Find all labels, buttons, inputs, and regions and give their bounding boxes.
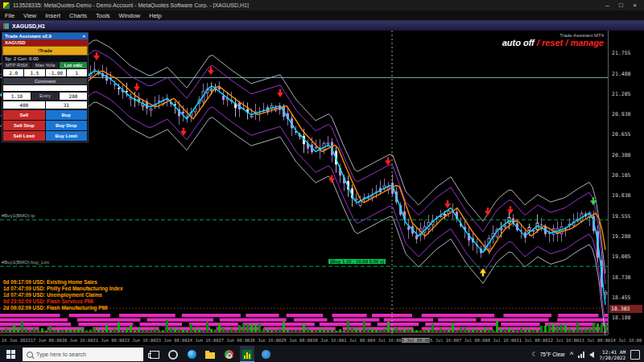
sell-signal-arrow-icon — [328, 175, 335, 183]
news-events-list: 0d 09:17:09 USD: Existing Home Sales1d 0… — [3, 279, 122, 311]
time-scale-label: 30 Jun 16:00 — [312, 338, 344, 343]
risk-input-2[interactable]: -1.00 — [46, 69, 66, 76]
mt4-app-icon — [3, 2, 10, 9]
time-scale-label: 24 Jun 16:00 — [187, 338, 218, 343]
points-input-1[interactable]: 31 — [46, 101, 88, 109]
sell-button[interactable]: Sell — [3, 110, 45, 120]
price-scale-label: 18.730 — [612, 274, 630, 281]
trade-button[interactable]: !Trade — [2, 46, 88, 56]
menu-item-help[interactable]: Help — [149, 12, 161, 19]
chart-window-titlebar[interactable]: XAGUSD,H1 — [0, 21, 644, 31]
price-scale-label: 20.380 — [612, 152, 630, 158]
sell-signal-arrow-icon — [485, 208, 491, 216]
risk-input-1[interactable]: 1.5 — [24, 69, 44, 76]
time-scale-label: 1 Jul 08:00 — [344, 338, 373, 343]
file-explorer-icon[interactable] — [203, 346, 217, 362]
reset-manage-buttons[interactable]: / reset / manage — [535, 38, 604, 47]
price-scale-label: 21.480 — [612, 71, 630, 77]
lot-calc-button[interactable]: Lot calc — [60, 62, 87, 68]
news-event-line: 1d 07:47:09 USD: Unemployment Claims — [3, 292, 122, 298]
time-scale-label: 7 Jul 08:00 — [459, 338, 488, 343]
window-title: 113528335: MetaQuotes-Demo - Demo Accoun… — [13, 2, 598, 8]
volume-icon[interactable] — [589, 352, 594, 358]
price-scale-label: 19.555 — [612, 213, 630, 220]
time-scale-label: 20 Jun 16:00 — [62, 338, 93, 343]
auto-off-button[interactable]: auto off — [502, 38, 535, 47]
buy-stop-button[interactable]: Buy Stop — [46, 121, 88, 130]
close-button[interactable]: × — [629, 1, 641, 10]
sell-signal-arrow-icon — [507, 206, 514, 214]
take-profit-field[interactable]: 200 — [60, 93, 87, 100]
price-scale-label: 19.005 — [612, 253, 630, 260]
tray-time: 12:41 AM — [599, 349, 625, 355]
maximize-button[interactable]: □ — [615, 1, 627, 10]
sell-signal-arrow-icon — [277, 89, 283, 97]
trade-assistant-panel: Trade Assistant v2.9 × XAGUSD !Trade Sp:… — [2, 32, 89, 142]
comment-input[interactable] — [3, 85, 87, 91]
menu-item-insert[interactable]: Insert — [45, 12, 60, 19]
stop-loss-field[interactable]: 1.10 — [3, 93, 31, 100]
candles-layer — [1, 61, 607, 298]
edge-icon[interactable] — [184, 346, 199, 362]
menu-item-window[interactable]: Window — [119, 12, 141, 19]
start-button[interactable] — [2, 345, 19, 362]
panel-points-inputs: 40031 — [2, 101, 88, 109]
sell-signal-arrow-icon — [180, 128, 187, 136]
buy-button[interactable]: Buy — [46, 110, 88, 120]
search-input[interactable]: Type here to search — [23, 348, 143, 361]
menu-item-file[interactable]: File — [5, 12, 14, 19]
time-scale-label: 22 Jun 16:00 — [125, 338, 156, 343]
news-event-line: 1d 07:47:09 USD: Philly Fed Manufacturin… — [3, 286, 122, 292]
panel-close-icon[interactable]: × — [82, 34, 85, 39]
menu-item-view[interactable]: View — [23, 12, 36, 19]
time-scale-label: 13 Jul 08:00 — [579, 338, 610, 343]
price-scale[interactable]: 21.75521.48021.20520.93020.65520.38020.1… — [608, 31, 644, 335]
task-view-icon[interactable] — [147, 346, 162, 362]
time-scale-label: 27 Jun 08:00 — [218, 338, 250, 343]
menu-item-charts[interactable]: Charts — [69, 12, 87, 19]
price-scale-label: 21.205 — [612, 91, 630, 97]
buy-limit-button[interactable]: Buy Limit — [46, 131, 88, 141]
moon-icon: ☾ — [532, 351, 538, 358]
menu-item-tools[interactable]: Tools — [96, 12, 110, 19]
price-scale-label: 21.755 — [612, 50, 630, 56]
sell-signal-arrow-icon — [93, 52, 100, 60]
windows-taskbar: Type here to search ☾ 75°F Clear ^ 12:41… — [0, 344, 644, 362]
sell-stop-button[interactable]: Sell Stop — [3, 121, 45, 130]
tray-chevron-icon[interactable]: ^ — [570, 351, 574, 358]
cortana-icon[interactable] — [166, 346, 180, 362]
notification-center-icon[interactable] — [630, 350, 640, 360]
time-scale[interactable]: 16 Jun 202217 Jun 08:0020 Jun 16:0021 Ju… — [0, 335, 608, 344]
price-scale-label: 19.280 — [612, 233, 630, 240]
news-event-line: 0d 23:02:09 USD: Flash Services PMI — [3, 298, 122, 305]
telegram-icon[interactable] — [258, 346, 273, 362]
panel-spread-info: Sp: 2 Con: 0.00 — [2, 56, 88, 62]
time-scale-label: 11 Jul 08:00 — [516, 338, 547, 343]
weather-widget[interactable]: ☾ 75°F Clear — [532, 351, 565, 358]
panel-title: Trade Assistant v2.9 — [5, 34, 52, 39]
clock-widget[interactable]: 12:41 AM 7/20/2022 — [599, 349, 625, 360]
network-icon[interactable] — [578, 352, 584, 358]
mt4-taskbar-icon[interactable] — [240, 346, 254, 362]
chart-icon — [3, 23, 9, 29]
risk-input-3[interactable]: 1 — [67, 69, 87, 76]
price-scale-label: 20.105 — [612, 172, 630, 179]
chrome-icon[interactable] — [221, 346, 236, 362]
panel-max-lot-label: Max %/la — [31, 62, 59, 68]
sell-signal-arrow-icon — [208, 67, 214, 75]
sell-limit-button[interactable]: Sell Limit — [3, 131, 45, 141]
time-scale-label: 14 Jul 16:00 — [610, 338, 642, 343]
time-scale-label: 5 Jul 08:00 — [402, 338, 431, 343]
panel-mtp-risk-label: MTP RISK — [3, 62, 31, 68]
time-scale-label: 28 Jun 16:00 — [250, 338, 281, 343]
order-buttons-grid: SellBuySell StopBuy StopSell LimitBuy Li… — [2, 109, 88, 142]
comment-label: Comment — [3, 78, 87, 84]
minimize-button[interactable]: – — [601, 1, 613, 10]
time-scale-label: 12 Jul 16:00 — [547, 338, 579, 343]
ea-status-overlay: Trade Assistant MT4 auto off / reset / m… — [502, 33, 604, 47]
points-input-0[interactable]: 400 — [3, 101, 45, 109]
risk-input-0[interactable]: 2.0 — [3, 69, 23, 76]
volume-bars — [1, 320, 607, 332]
panel-symbol-select[interactable]: XAGUSD — [2, 39, 88, 46]
menu-bar: FileViewInsertChartsToolsWindowHelp — [0, 10, 644, 21]
